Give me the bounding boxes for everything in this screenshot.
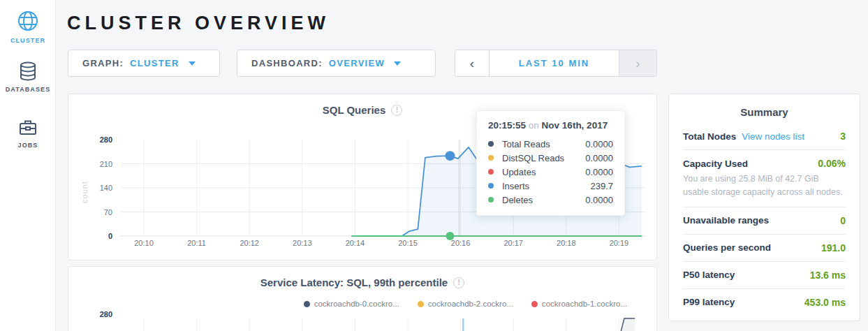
tooltip-row: DistSQL Reads 0.0000: [488, 151, 613, 165]
sidebar-item-databases[interactable]: DATABASES: [0, 61, 56, 93]
sidebar: CLUSTER DATABASES JOBS: [0, 0, 56, 331]
series-dot: [531, 301, 538, 307]
tooltip-row: Total Reads 0.0000: [488, 137, 613, 151]
chevron-down-icon: [189, 61, 196, 66]
svg-text:20:15: 20:15: [398, 239, 418, 247]
time-window-selector: ‹ LAST 10 MIN ›: [455, 50, 657, 77]
time-prev-button[interactable]: ‹: [455, 50, 489, 76]
svg-text:70: 70: [104, 208, 112, 216]
series-dot: [488, 141, 494, 147]
chart-title: Service Latency: SQL, 99th percentile: [260, 277, 448, 288]
summary-value: 191.0: [821, 242, 846, 253]
series-dot: [488, 155, 494, 161]
series-dot: [418, 301, 424, 307]
svg-text:20:13: 20:13: [293, 239, 312, 247]
chart-legend: cockroachdb-0.cockro... cockroachdb-2.co…: [304, 300, 627, 308]
summary-panel: Summary Total Nodes View nodes list 3 Ca…: [668, 94, 860, 321]
svg-text:280: 280: [100, 310, 112, 318]
summary-row-total-nodes: Total Nodes View nodes list 3: [683, 123, 846, 150]
dashboard-dropdown-value: OVERVIEW: [329, 58, 385, 68]
summary-title: Summary: [669, 106, 860, 118]
tooltip-row: Updates 0.0000: [488, 165, 613, 179]
globe-icon: [16, 9, 40, 33]
svg-text:20:16: 20:16: [451, 239, 471, 247]
series-dot: [488, 169, 494, 175]
svg-text:20:12: 20:12: [240, 239, 259, 247]
sidebar-item-jobs[interactable]: JOBS: [0, 117, 56, 149]
chevron-down-icon: [394, 61, 401, 66]
svg-text:280: 280: [100, 135, 112, 144]
summary-row-capacity: Capacity Used 0.06% You are using 25.8 M…: [683, 150, 846, 207]
summary-row-p99: P99 latency 453.0 ms: [683, 289, 846, 316]
summary-value: 0.06%: [818, 158, 846, 169]
svg-text:20:19: 20:19: [610, 239, 629, 247]
page-title: CLUSTER OVERVIEW: [67, 13, 330, 34]
view-nodes-list-link[interactable]: View nodes list: [742, 131, 804, 142]
svg-text:20:14: 20:14: [346, 239, 365, 247]
svg-text:0: 0: [108, 232, 112, 240]
legend-item[interactable]: cockroachdb-2.cockro...: [418, 300, 513, 308]
graph-dropdown-value: CLUSTER: [130, 58, 179, 68]
series-dot: [488, 197, 494, 203]
svg-text:210: 210: [100, 160, 112, 168]
graph-dropdown[interactable]: GRAPH: CLUSTER: [68, 50, 220, 77]
briefcase-icon: [17, 117, 38, 138]
graph-dropdown-label: GRAPH:: [82, 58, 124, 68]
info-icon[interactable]: [453, 277, 464, 288]
svg-text:20:11: 20:11: [187, 239, 206, 247]
svg-text:count: count: [80, 181, 89, 203]
sidebar-item-label: DATABASES: [0, 86, 56, 93]
summary-row-unavailable-ranges: Unavailable ranges 0: [683, 207, 846, 235]
dashboard-dropdown[interactable]: DASHBOARD: OVERVIEW: [237, 50, 436, 77]
summary-value: 3: [840, 131, 846, 142]
dashboard-dropdown-label: DASHBOARD:: [251, 58, 323, 68]
summary-value: 13.6 ms: [810, 270, 846, 281]
svg-text:20:18: 20:18: [557, 239, 576, 247]
sidebar-item-cluster[interactable]: CLUSTER: [0, 9, 56, 44]
database-icon: [17, 61, 38, 82]
service-latency-card: Service Latency: SQL, 99th percentile co…: [68, 266, 657, 331]
sidebar-item-label: CLUSTER: [0, 37, 56, 44]
series-dot: [304, 301, 310, 307]
capacity-note: You are using 25.8 MiB of 42.7 GiB usabl…: [683, 172, 846, 199]
series-dot: [488, 183, 494, 189]
svg-text:20:10: 20:10: [134, 239, 154, 247]
tooltip-row: Inserts 239.7: [488, 179, 613, 193]
summary-value: 0: [840, 215, 846, 226]
sidebar-item-label: JOBS: [0, 142, 56, 149]
time-next-button[interactable]: ›: [619, 50, 656, 76]
svg-text:140: 140: [100, 184, 112, 192]
summary-row-qps: Queries per second 191.0: [683, 235, 846, 262]
tooltip-timestamp: 20:15:55 on Nov 16th, 2017: [488, 120, 613, 131]
chart-tooltip: 20:15:55 on Nov 16th, 2017 Total Reads 0…: [476, 110, 625, 216]
tooltip-row: Deletes 0.0000: [488, 193, 613, 207]
summary-row-p50: P50 latency 13.6 ms: [683, 262, 846, 289]
legend-item[interactable]: cockroachdb-1.cockro...: [531, 300, 627, 308]
svg-text:20:17: 20:17: [503, 239, 523, 247]
chart-title: SQL Queries: [323, 104, 386, 116]
sql-queries-card: SQL Queries 20:1020:1120:1220:1320:1420:…: [68, 94, 657, 260]
summary-value: 453.0 ms: [804, 297, 846, 308]
legend-item[interactable]: cockroachdb-0.cockro...: [304, 300, 399, 308]
time-range-button[interactable]: LAST 10 MIN: [489, 50, 619, 76]
info-icon[interactable]: [391, 105, 402, 116]
